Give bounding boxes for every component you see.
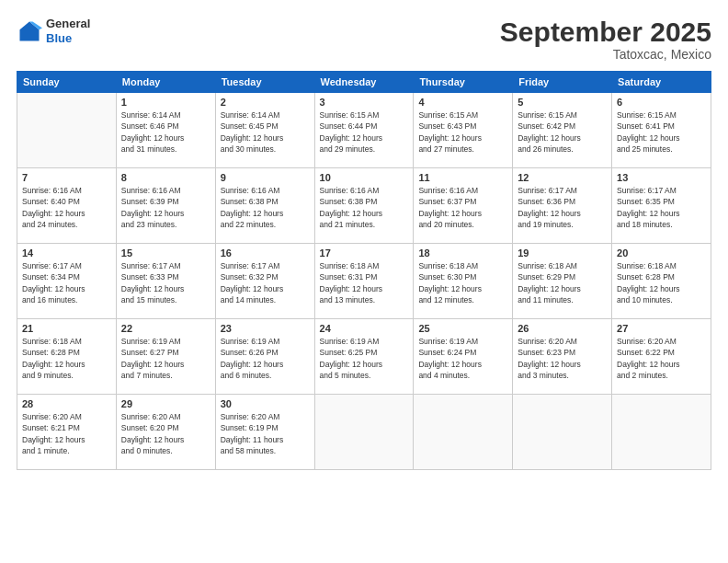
day-number: 20: [617, 247, 706, 259]
calendar-cell: 5Sunrise: 6:15 AM Sunset: 6:42 PM Daylig…: [513, 93, 612, 168]
day-number: 24: [320, 323, 409, 334]
day-number: 2: [221, 97, 310, 108]
calendar: SundayMondayTuesdayWednesdayThursdayFrid…: [17, 71, 711, 470]
calendar-cell: 4Sunrise: 6:15 AM Sunset: 6:43 PM Daylig…: [414, 93, 513, 168]
header-day-saturday: Saturday: [612, 72, 711, 93]
day-info: Sunrise: 6:17 AM Sunset: 6:34 PM Dayligh…: [22, 260, 111, 305]
calendar-cell: 17Sunrise: 6:18 AM Sunset: 6:31 PM Dayli…: [314, 244, 414, 319]
calendar-cell: 26Sunrise: 6:20 AM Sunset: 6:23 PM Dayli…: [513, 319, 612, 395]
day-number: 19: [518, 247, 607, 259]
day-info: Sunrise: 6:17 AM Sunset: 6:35 PM Dayligh…: [617, 185, 706, 230]
title-block: September 2025 Tatoxcac, Mexico: [500, 17, 711, 62]
calendar-cell: 16Sunrise: 6:17 AM Sunset: 6:32 PM Dayli…: [215, 244, 314, 319]
day-number: 4: [418, 97, 507, 108]
day-number: 18: [418, 247, 507, 259]
day-info: Sunrise: 6:16 AM Sunset: 6:38 PM Dayligh…: [221, 185, 310, 230]
page: General Blue September 2025 Tatoxcac, Me…: [0, 0, 728, 563]
calendar-week-3: 21Sunrise: 6:18 AM Sunset: 6:28 PM Dayli…: [17, 319, 711, 395]
day-number: 6: [617, 97, 706, 108]
day-info: Sunrise: 6:16 AM Sunset: 6:40 PM Dayligh…: [22, 185, 111, 230]
day-number: 12: [518, 172, 607, 183]
calendar-cell: 3Sunrise: 6:15 AM Sunset: 6:44 PM Daylig…: [314, 93, 414, 168]
day-info: Sunrise: 6:15 AM Sunset: 6:42 PM Dayligh…: [518, 109, 607, 155]
day-number: 28: [22, 398, 111, 409]
day-info: Sunrise: 6:15 AM Sunset: 6:44 PM Dayligh…: [320, 109, 409, 155]
day-number: 13: [617, 172, 706, 183]
day-number: 8: [121, 172, 210, 183]
calendar-week-0: 1Sunrise: 6:14 AM Sunset: 6:46 PM Daylig…: [17, 93, 711, 168]
calendar-cell: [612, 395, 711, 470]
day-info: Sunrise: 6:20 AM Sunset: 6:19 PM Dayligh…: [221, 411, 310, 456]
header-day-monday: Monday: [116, 72, 215, 93]
day-number: 23: [221, 323, 310, 334]
calendar-cell: 24Sunrise: 6:19 AM Sunset: 6:25 PM Dayli…: [314, 319, 414, 395]
day-number: 10: [320, 172, 409, 183]
day-info: Sunrise: 6:19 AM Sunset: 6:25 PM Dayligh…: [320, 336, 409, 381]
day-info: Sunrise: 6:18 AM Sunset: 6:28 PM Dayligh…: [617, 260, 706, 305]
calendar-cell: 6Sunrise: 6:15 AM Sunset: 6:41 PM Daylig…: [612, 93, 711, 168]
calendar-cell: 23Sunrise: 6:19 AM Sunset: 6:26 PM Dayli…: [215, 319, 314, 395]
day-info: Sunrise: 6:16 AM Sunset: 6:37 PM Dayligh…: [418, 185, 507, 230]
calendar-cell: 2Sunrise: 6:14 AM Sunset: 6:45 PM Daylig…: [215, 93, 314, 168]
calendar-cell: 7Sunrise: 6:16 AM Sunset: 6:40 PM Daylig…: [17, 168, 117, 244]
calendar-cell: 25Sunrise: 6:19 AM Sunset: 6:24 PM Dayli…: [414, 319, 513, 395]
day-info: Sunrise: 6:16 AM Sunset: 6:38 PM Dayligh…: [320, 185, 409, 230]
calendar-cell: 22Sunrise: 6:19 AM Sunset: 6:27 PM Dayli…: [116, 319, 215, 395]
calendar-cell: 15Sunrise: 6:17 AM Sunset: 6:33 PM Dayli…: [116, 244, 215, 319]
day-number: 15: [121, 247, 210, 259]
day-info: Sunrise: 6:20 AM Sunset: 6:23 PM Dayligh…: [518, 336, 607, 381]
day-info: Sunrise: 6:17 AM Sunset: 6:36 PM Dayligh…: [518, 185, 607, 230]
day-info: Sunrise: 6:19 AM Sunset: 6:26 PM Dayligh…: [221, 336, 310, 381]
day-number: 22: [121, 323, 210, 334]
calendar-cell: 18Sunrise: 6:18 AM Sunset: 6:30 PM Dayli…: [414, 244, 513, 319]
calendar-header-row: SundayMondayTuesdayWednesdayThursdayFrid…: [17, 72, 711, 93]
header-day-wednesday: Wednesday: [314, 72, 414, 93]
calendar-cell: 9Sunrise: 6:16 AM Sunset: 6:38 PM Daylig…: [215, 168, 314, 244]
calendar-cell: 30Sunrise: 6:20 AM Sunset: 6:19 PM Dayli…: [215, 395, 314, 470]
day-number: 7: [22, 172, 111, 183]
day-info: Sunrise: 6:19 AM Sunset: 6:27 PM Dayligh…: [121, 336, 210, 381]
logo-text: General Blue: [46, 17, 90, 45]
day-info: Sunrise: 6:17 AM Sunset: 6:32 PM Dayligh…: [221, 260, 310, 305]
day-number: 14: [22, 247, 111, 259]
calendar-cell: 13Sunrise: 6:17 AM Sunset: 6:35 PM Dayli…: [612, 168, 711, 244]
day-number: 29: [121, 398, 210, 409]
calendar-week-4: 28Sunrise: 6:20 AM Sunset: 6:21 PM Dayli…: [17, 395, 711, 470]
header-day-thursday: Thursday: [414, 72, 513, 93]
day-number: 1: [121, 97, 210, 108]
day-number: 16: [221, 247, 310, 259]
header-day-friday: Friday: [513, 72, 612, 93]
day-info: Sunrise: 6:18 AM Sunset: 6:31 PM Dayligh…: [320, 260, 409, 305]
calendar-cell: 20Sunrise: 6:18 AM Sunset: 6:28 PM Dayli…: [612, 244, 711, 319]
calendar-cell: 10Sunrise: 6:16 AM Sunset: 6:38 PM Dayli…: [314, 168, 414, 244]
day-number: 11: [418, 172, 507, 183]
calendar-week-2: 14Sunrise: 6:17 AM Sunset: 6:34 PM Dayli…: [17, 244, 711, 319]
day-info: Sunrise: 6:16 AM Sunset: 6:39 PM Dayligh…: [121, 185, 210, 230]
calendar-cell: 28Sunrise: 6:20 AM Sunset: 6:21 PM Dayli…: [17, 395, 117, 470]
header: General Blue September 2025 Tatoxcac, Me…: [17, 17, 711, 62]
day-info: Sunrise: 6:15 AM Sunset: 6:41 PM Dayligh…: [617, 109, 706, 155]
day-info: Sunrise: 6:18 AM Sunset: 6:28 PM Dayligh…: [22, 336, 111, 381]
logo: General Blue: [17, 17, 90, 45]
calendar-cell: [414, 395, 513, 470]
day-info: Sunrise: 6:15 AM Sunset: 6:43 PM Dayligh…: [418, 109, 507, 155]
calendar-cell: [513, 395, 612, 470]
header-day-tuesday: Tuesday: [215, 72, 314, 93]
day-number: 9: [221, 172, 310, 183]
calendar-cell: 14Sunrise: 6:17 AM Sunset: 6:34 PM Dayli…: [17, 244, 117, 319]
day-info: Sunrise: 6:20 AM Sunset: 6:20 PM Dayligh…: [121, 411, 210, 456]
calendar-cell: 11Sunrise: 6:16 AM Sunset: 6:37 PM Dayli…: [414, 168, 513, 244]
day-info: Sunrise: 6:17 AM Sunset: 6:33 PM Dayligh…: [121, 260, 210, 305]
subtitle: Tatoxcac, Mexico: [500, 47, 711, 62]
calendar-cell: 1Sunrise: 6:14 AM Sunset: 6:46 PM Daylig…: [116, 93, 215, 168]
calendar-cell: 19Sunrise: 6:18 AM Sunset: 6:29 PM Dayli…: [513, 244, 612, 319]
day-number: 3: [320, 97, 409, 108]
day-number: 17: [320, 247, 409, 259]
calendar-cell: 21Sunrise: 6:18 AM Sunset: 6:28 PM Dayli…: [17, 319, 117, 395]
day-info: Sunrise: 6:14 AM Sunset: 6:46 PM Dayligh…: [121, 109, 210, 155]
calendar-cell: 27Sunrise: 6:20 AM Sunset: 6:22 PM Dayli…: [612, 319, 711, 395]
day-info: Sunrise: 6:20 AM Sunset: 6:22 PM Dayligh…: [617, 336, 706, 381]
logo-icon: [17, 18, 42, 44]
calendar-cell: 29Sunrise: 6:20 AM Sunset: 6:20 PM Dayli…: [116, 395, 215, 470]
day-number: 25: [418, 323, 507, 334]
